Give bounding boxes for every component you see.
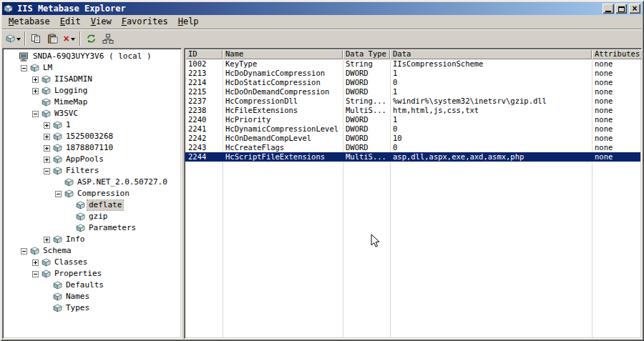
table-row-2215[interactable]: 2215HcDoOnDemandCompressionDWORD1none [185,87,640,97]
minimize-button[interactable] [602,4,614,14]
cell-id: 2238 [185,106,223,115]
cell-data: 1 [390,115,592,124]
tree-item-classes[interactable]: Classes [4,257,180,268]
tree-item-asp-net-2-0-50727-0[interactable]: ASP.NET_2.0.50727.0 [4,177,180,188]
tree-item-1525003268[interactable]: 1525003268 [4,131,180,142]
expand-icon[interactable] [32,88,39,94]
cell-data: 0 [390,124,592,134]
collapse-icon[interactable] [32,271,39,277]
cell-id: 2215 [185,87,223,97]
key-icon [76,224,85,232]
tree-item-filters[interactable]: Filters [4,165,180,177]
column-gridline [223,59,223,337]
tree-item-label: 1878807110 [64,143,114,153]
toolbar-separator [79,31,81,46]
tree-item-lm[interactable]: LM [4,62,180,74]
collapse-icon[interactable] [21,248,27,254]
table-row-2242[interactable]: 2242HcOnDemandCompLevelDWORD10none [185,134,640,143]
column-header-name[interactable]: Name [223,49,343,59]
table-row-2240[interactable]: 2240HcPriorityDWORD1none [185,115,640,124]
expand-icon[interactable] [32,260,39,266]
tree-item-label: Classes [53,257,89,267]
table-row-2244[interactable]: 2244HcScriptFileExtensionsMultiS...asp,d… [185,152,640,162]
tree-item-logging[interactable]: Logging [4,85,180,97]
maximize-button[interactable] [615,4,627,14]
tree-item-label: Names [64,292,91,302]
table-row-2238[interactable]: 2238HcFileExtensionsMultiS...htm,html,js… [185,106,640,115]
expand-icon[interactable] [44,157,50,163]
key-icon [42,258,51,267]
key-icon [30,247,39,255]
cell-data: %windir%\system32\inetsrv\gzip.dll [390,97,592,106]
tree-item-types[interactable]: Types [4,302,180,314]
table-row-2213[interactable]: 2213HcDoDynamicCompressionDWORD1none [185,69,640,78]
titlebar[interactable]: IIS Metabase Explorer × [2,2,642,15]
tree-item-apppools[interactable]: AppPools [4,154,180,165]
paste-button[interactable] [44,31,61,46]
key-icon [53,144,62,152]
key-icon [53,235,62,244]
delete-button[interactable]: × [61,31,77,46]
expand-icon[interactable] [44,122,50,129]
key-icon [42,109,51,118]
tree-item-info[interactable]: Info [4,234,180,245]
cell-name: KeyType [223,59,343,69]
table-row-2241[interactable]: 2241HcDynamicCompressionLevelDWORD0none [185,124,640,134]
copy-button[interactable] [28,31,44,46]
tree-item-defaults[interactable]: Defaults [4,280,180,291]
menu-item-edit[interactable]: Edit [55,16,86,28]
tree-item-compression[interactable]: Compression [4,188,180,199]
collapse-icon[interactable] [21,65,27,71]
tree-item-schema[interactable]: Schema [4,245,180,257]
tree-item-w3svc[interactable]: W3SVC [4,108,180,119]
tree-item-label: Schema [42,246,73,256]
expand-icon[interactable] [44,145,50,152]
tree-item-deflate[interactable]: deflate [4,199,180,211]
close-button[interactable]: × [629,4,640,14]
column-header-data[interactable]: Data [390,49,592,59]
cell-name: HcFileExtensions [223,106,343,115]
connect-button[interactable] [99,31,116,46]
key-icon [42,75,51,84]
tree-item-names[interactable]: Names [4,291,180,302]
collapse-icon[interactable] [44,168,50,174]
cell-name: HcCompressionDll [223,97,343,106]
tree-panel: SNDA-69Q3UYY3V6 ( local )LMIISADMINLoggi… [2,48,182,339]
tree-item-mimemap[interactable]: MimeMap [4,97,180,108]
cell-id: 2213 [185,69,223,78]
tree-item-1[interactable]: 1 [4,119,180,131]
tree-item-iisadmin[interactable]: IISADMIN [4,74,180,85]
tree-item-snda-69q3uyy3v6-local[interactable]: SNDA-69Q3UYY3V6 ( local ) [4,51,180,62]
collapse-icon[interactable] [55,191,62,197]
collapse-icon[interactable] [32,111,39,117]
menu-item-favorites[interactable]: Favorites [117,16,173,28]
column-header-id[interactable]: ID [185,49,223,59]
menu-item-metabase[interactable]: Metabase [4,16,55,28]
tree-item-gzip[interactable]: gzip [4,211,180,222]
expand-icon[interactable] [32,76,39,83]
new-key-button[interactable] [4,31,22,46]
table-row-2237[interactable]: 2237HcCompressionDllString...%windir%\sy… [185,97,640,106]
tree-item-parameters[interactable]: Parameters [4,222,180,234]
expand-icon[interactable] [44,134,50,140]
tree-item-label: LM [42,63,54,73]
cell-name: HcOnDemandCompLevel [223,134,343,143]
menu-item-view[interactable]: View [86,16,117,28]
tree-item-1878807110[interactable]: 1878807110 [4,142,180,154]
table-row-2243[interactable]: 2243HcCreateFlagsDWORD0none [185,143,640,152]
table-row-1002[interactable]: 1002KeyTypeStringIIsCompressionSchemenon… [185,59,640,69]
cell-data: 1 [390,69,592,78]
table-row-2214[interactable]: 2214HcDoStaticCompressionDWORD0none [185,78,640,87]
column-header-attributes[interactable]: Attributes [592,49,642,59]
menu-item-help[interactable]: Help [173,16,204,28]
cell-attributes: none [592,134,640,143]
cell-id: 2241 [185,124,223,134]
key-icon [30,64,39,72]
column-header-data-type[interactable]: Data Type [343,49,390,59]
expand-icon[interactable] [44,237,50,243]
tree-item-properties[interactable]: Properties [4,268,180,280]
cell-id: 2242 [185,134,223,143]
cell-data: 1 [390,87,592,97]
refresh-button[interactable] [83,31,99,46]
toolbar: × [2,29,642,48]
